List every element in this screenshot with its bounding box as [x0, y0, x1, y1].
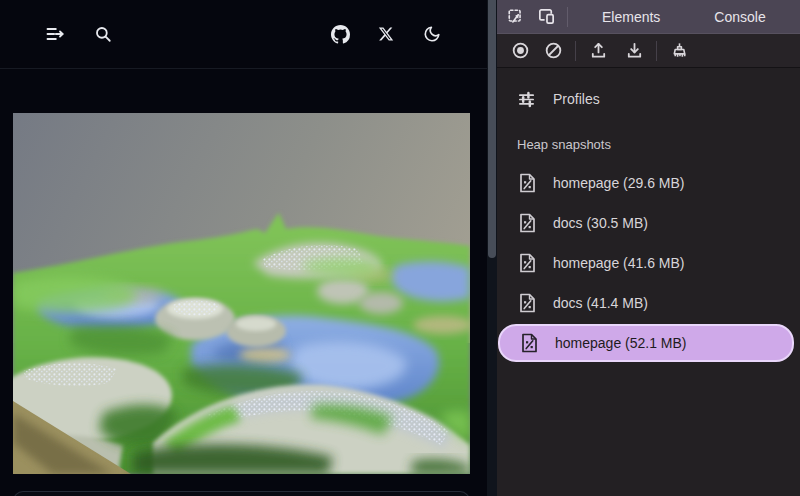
record-icon[interactable] — [505, 37, 535, 65]
heap-snapshots-title: Heap snapshots — [497, 137, 800, 152]
inspect-element-icon[interactable] — [501, 3, 531, 31]
sidebar-toggle-icon[interactable] — [38, 17, 72, 51]
x-twitter-icon[interactable] — [369, 17, 403, 51]
heap-file-icon — [519, 173, 536, 193]
heap-snapshot-label: homepage (29.6 MB) — [553, 175, 685, 191]
sliders-icon — [517, 90, 536, 109]
scrollbar-thumb[interactable] — [488, 0, 496, 258]
heap-file-icon — [519, 213, 536, 233]
devtools-toolbar — [497, 33, 800, 68]
web-page — [0, 0, 487, 496]
devtools-tabbar: Elements Console — [497, 0, 800, 33]
heap-file-icon — [519, 293, 536, 313]
github-icon[interactable] — [323, 17, 357, 51]
heap-snapshot-label: docs (41.4 MB) — [553, 295, 648, 311]
heap-snapshot-list: homepage (29.6 MB) docs (30.5 MB) — [497, 163, 800, 362]
devtools-panel: Elements Console — [497, 0, 800, 496]
site-header — [0, 0, 487, 68]
heap-snapshot-item[interactable]: homepage (52.1 MB) — [498, 324, 794, 362]
page-scrollbar[interactable] — [487, 0, 497, 496]
terrain-canvas[interactable] — [13, 113, 470, 474]
heap-snapshot-item[interactable]: docs (30.5 MB) — [497, 203, 800, 243]
collect-garbage-icon[interactable] — [664, 37, 694, 65]
heap-snapshot-item[interactable]: homepage (41.6 MB) — [497, 243, 800, 283]
search-icon[interactable] — [86, 17, 120, 51]
screen: Elements Console — [0, 0, 800, 496]
heap-snapshot-item[interactable]: docs (41.4 MB) — [497, 283, 800, 323]
header-left — [38, 17, 120, 51]
tab-console[interactable]: Console — [704, 0, 775, 33]
toggle-device-toolbar-icon[interactable] — [531, 3, 561, 31]
heap-snapshot-item[interactable]: homepage (29.6 MB) — [497, 163, 800, 203]
heap-file-icon — [519, 253, 536, 273]
below-fold-card — [13, 491, 470, 496]
tabbar-separator — [567, 7, 568, 27]
devtools-content: Profiles Heap snapshots homepage (29.6 M… — [497, 69, 800, 496]
toolbar-separator-2 — [656, 41, 657, 61]
profiles-label: Profiles — [553, 91, 600, 107]
header-right — [323, 17, 449, 51]
profiles-row[interactable]: Profiles — [497, 81, 800, 117]
tab-elements[interactable]: Elements — [592, 0, 670, 33]
heap-file-icon — [521, 333, 538, 353]
toolbar-separator — [575, 41, 576, 61]
theme-moon-icon[interactable] — [415, 17, 449, 51]
load-profile-icon[interactable] — [583, 37, 613, 65]
heap-snapshot-label: docs (30.5 MB) — [553, 215, 648, 231]
clear-icon[interactable] — [538, 37, 568, 65]
heap-snapshot-label: homepage (41.6 MB) — [553, 255, 685, 271]
terrain-render — [13, 113, 470, 474]
heap-snapshot-label: homepage (52.1 MB) — [555, 335, 687, 351]
save-profile-icon[interactable] — [619, 37, 649, 65]
header-divider — [0, 68, 487, 69]
